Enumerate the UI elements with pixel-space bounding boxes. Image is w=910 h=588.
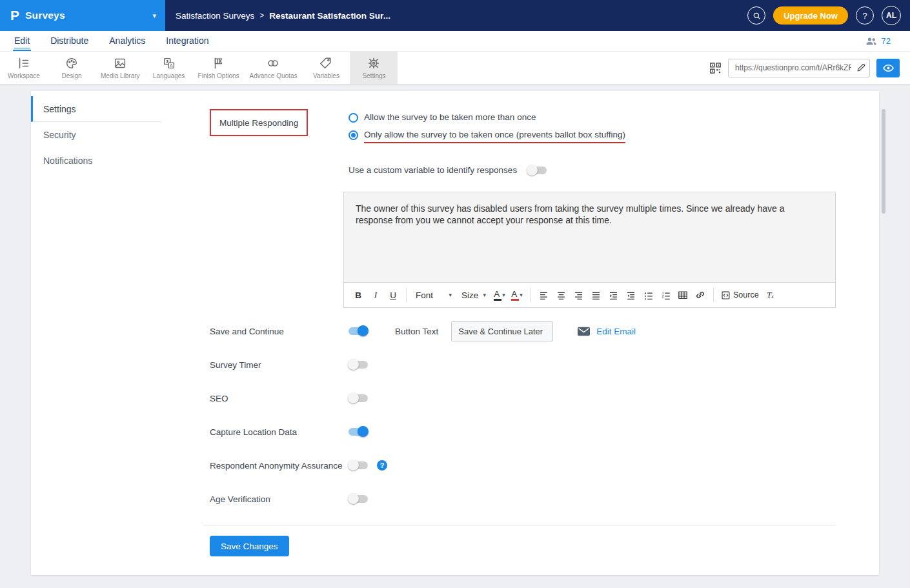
help-icon: ? <box>862 11 867 21</box>
product-name: Surveys <box>25 10 65 21</box>
toolbar-item-design[interactable]: Design <box>48 52 96 84</box>
qr-code-button[interactable] <box>709 62 722 74</box>
anonymity-help-icon[interactable]: ? <box>377 460 387 471</box>
settings-card: Settings Security Notifications Multiple… <box>31 91 879 575</box>
sidebar-item-label: Settings <box>43 104 76 114</box>
svg-text:2: 2 <box>662 294 663 298</box>
setting-label: Respondent Anonymity Assurance <box>210 461 343 471</box>
bold-button[interactable]: B <box>350 287 366 303</box>
custom-variable-toggle[interactable] <box>527 167 547 174</box>
radio-button[interactable] <box>349 113 358 123</box>
tab-analytics[interactable]: Analytics <box>108 31 147 51</box>
toolbar-item-languages[interactable]: A Languages <box>145 52 193 84</box>
toggle-knob <box>348 359 359 370</box>
sidebar-item-notifications[interactable]: Notifications <box>31 148 161 174</box>
save-changes-button[interactable]: Save Changes <box>210 536 289 556</box>
label-column: Respondent Anonymity Assurance <box>210 460 349 471</box>
highlight-color-glyph: A <box>511 289 517 299</box>
align-justify-button[interactable] <box>588 287 603 303</box>
survey-url-input[interactable] <box>728 59 870 77</box>
text-color-glyph: A <box>494 289 500 299</box>
toolbar-item-finish-options[interactable]: Finish Options <box>193 52 245 84</box>
qr-code-icon <box>709 62 722 74</box>
toolbar-right <box>709 52 910 84</box>
help-button[interactable]: ? <box>856 6 874 25</box>
radio-allow-once[interactable]: Only allow the survey to be taken once (… <box>349 130 625 143</box>
breadcrumb-parent[interactable]: Satisfaction Surveys <box>176 11 254 21</box>
edit-email-link[interactable]: Edit Email <box>596 327 636 336</box>
indent-icon <box>609 290 618 300</box>
highlight-color-button[interactable]: A▾ <box>509 287 525 303</box>
annotation-red-box: Multiple Responding <box>210 109 308 136</box>
sidebar-item-settings[interactable]: Settings <box>31 96 161 122</box>
size-dropdown[interactable]: Size▾ <box>458 287 490 303</box>
bullet-list-button[interactable] <box>640 287 656 303</box>
preview-button[interactable] <box>876 59 900 77</box>
align-left-button[interactable] <box>536 287 551 303</box>
email-icon-wrap <box>578 327 590 336</box>
avatar[interactable]: AL <box>882 6 901 25</box>
settings-gear-icon <box>367 56 381 70</box>
insert-table-button[interactable] <box>675 287 691 303</box>
age-verification-toggle[interactable] <box>349 495 368 503</box>
quotas-icon <box>266 56 280 70</box>
radio-button[interactable] <box>349 130 358 140</box>
align-right-button[interactable] <box>571 287 586 303</box>
message-textarea[interactable]: The owner of this survey has disabled us… <box>344 192 835 282</box>
disabled-message-text: The owner of this survey has disabled us… <box>356 203 801 226</box>
breadcrumb: Satisfaction Surveys > Restaurant Satisf… <box>176 11 390 21</box>
toolbar-item-settings[interactable]: Settings <box>350 52 398 84</box>
upgrade-button[interactable]: Upgrade Now <box>773 6 848 25</box>
align-center-button[interactable] <box>553 287 569 303</box>
toolbar-item-label: Languages <box>153 72 185 79</box>
remove-format-button[interactable]: Tₓ <box>763 287 778 303</box>
collaborators-button[interactable]: 72 <box>865 31 891 51</box>
languages-icon: A <box>162 56 176 70</box>
align-left-icon <box>539 290 549 300</box>
source-icon <box>721 290 731 300</box>
scrollbar-thumb[interactable] <box>882 109 885 214</box>
insert-link-button[interactable] <box>693 287 708 303</box>
radio-allow-multiple[interactable]: Allow the survey to be taken more than o… <box>349 112 625 123</box>
seo-toggle[interactable] <box>349 394 368 402</box>
tab-integration[interactable]: Integration <box>165 31 210 51</box>
underline-button[interactable]: U <box>385 287 401 303</box>
product-switcher[interactable]: P Surveys ▾ <box>0 0 165 31</box>
toggle-knob <box>358 426 369 437</box>
align-justify-icon <box>591 290 601 300</box>
toolbar-item-variables[interactable]: Variables <box>302 52 350 84</box>
respondent-anonymity-toggle[interactable] <box>349 461 368 469</box>
indent-button[interactable] <box>605 287 621 303</box>
tab-distribute[interactable]: Distribute <box>49 31 90 51</box>
tab-edit[interactable]: Edit <box>13 31 31 51</box>
save-and-continue-toggle[interactable] <box>349 327 368 335</box>
svg-text:A: A <box>170 63 173 68</box>
sidebar-item-label: Notifications <box>43 156 92 166</box>
toolbar-item-media-library[interactable]: Media Library <box>96 52 145 84</box>
variables-tag-icon <box>319 56 333 70</box>
link-icon <box>695 290 705 300</box>
custom-variable-label: Use a custom variable to identify respon… <box>349 165 517 175</box>
sidebar-item-security[interactable]: Security <box>31 122 161 148</box>
multiple-responding-options: Allow the survey to be taken more than o… <box>349 109 625 143</box>
toolbar-item-workspace[interactable]: Workspace <box>0 52 48 84</box>
italic-button[interactable]: I <box>368 287 383 303</box>
edit-url-button[interactable] <box>854 61 867 74</box>
capture-location-toggle[interactable] <box>349 428 368 436</box>
search-button[interactable] <box>747 6 765 25</box>
outdent-button[interactable] <box>623 287 638 303</box>
label-column: SEO <box>210 392 349 404</box>
survey-timer-toggle[interactable] <box>349 361 368 369</box>
numbered-list-icon: 12 <box>661 290 671 300</box>
toolbar-item-advance-quotas[interactable]: Advance Quotas <box>245 52 303 84</box>
toolbar-item-label: Design <box>61 72 81 79</box>
toolbar-item-label: Settings <box>362 72 385 79</box>
top-bar: P Surveys ▾ Satisfaction Surveys > Resta… <box>0 0 910 31</box>
numbered-list-button[interactable]: 12 <box>658 287 673 303</box>
text-color-button[interactable]: A▾ <box>492 287 507 303</box>
button-text-input[interactable] <box>451 321 553 341</box>
font-dropdown[interactable]: Font▾ <box>412 287 456 303</box>
source-button[interactable]: Source <box>719 287 761 303</box>
survey-toolbar: Workspace Design Media Library A Languag… <box>0 52 910 85</box>
disabled-message-editor: The owner of this survey has disabled us… <box>343 192 836 308</box>
